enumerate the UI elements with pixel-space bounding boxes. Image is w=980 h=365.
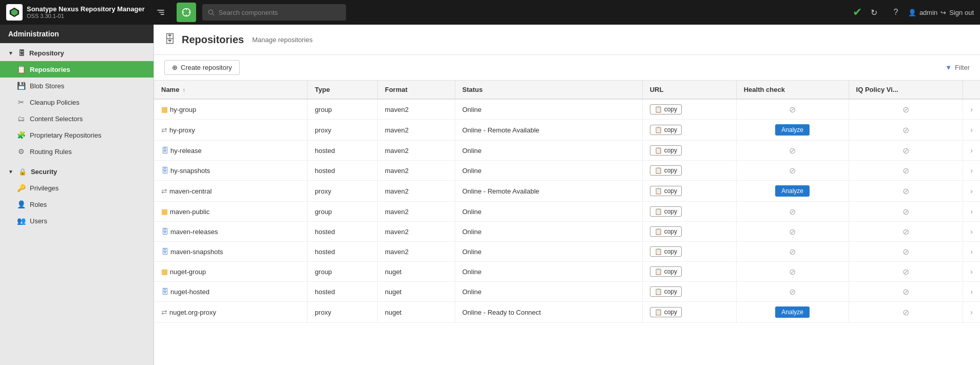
sidebar-group-header-security[interactable]: ▼🔒Security (0, 164, 153, 180)
cell-url[interactable]: 📋 copy (642, 222, 736, 242)
cell-url[interactable]: 📋 copy (642, 262, 736, 282)
signout-button[interactable]: ↪ Sign out (940, 9, 974, 16)
sidebar-item-repositories[interactable]: 📋Repositories (0, 61, 153, 78)
sidebar-item-proprietary-repos[interactable]: 🧩Proprietary Repositories (0, 127, 153, 143)
copy-url-button[interactable]: 📋 copy (650, 246, 682, 257)
cell-chevron[interactable]: › (963, 120, 980, 141)
cell-chevron[interactable]: › (963, 181, 980, 202)
sidebar-item-blob-stores[interactable]: 💾Blob Stores (0, 78, 153, 94)
refresh-button[interactable]: ↻ (865, 3, 883, 22)
table-row[interactable]: 🗄maven-snapshotshostedmaven2Online📋 copy… (154, 242, 980, 262)
cell-chevron[interactable]: › (963, 99, 980, 120)
cell-format: nuget (377, 262, 455, 282)
copy-url-button[interactable]: 📋 copy (650, 186, 682, 196)
signout-label[interactable]: Sign out (949, 9, 974, 16)
cell-url[interactable]: 📋 copy (642, 242, 736, 262)
repo-type-icon: 🗄 (161, 227, 168, 236)
cell-health-check[interactable]: Analyze (736, 120, 849, 141)
copy-url-button[interactable]: 📋 copy (650, 206, 682, 217)
sidebar-item-cleanup-policies[interactable]: ✂Cleanup Policies (0, 94, 153, 110)
copy-url-button[interactable]: 📋 copy (650, 307, 682, 317)
table-row[interactable]: ⇄hy-proxyproxymaven2Online - Remote Avai… (154, 120, 980, 141)
sidebar-item-content-selectors[interactable]: 🗂Content Selectors (0, 110, 153, 127)
sidebar-item-users[interactable]: 👥Users (0, 213, 153, 229)
copy-url-button[interactable]: 📋 copy (650, 145, 682, 156)
table-row[interactable]: 🗄hy-snapshotshostedmaven2Online📋 copy⊘⊘› (154, 161, 980, 181)
copy-url-button[interactable]: 📋 copy (650, 266, 682, 277)
row-expand-icon[interactable]: › (970, 187, 973, 195)
sidebar-item-label: Privileges (30, 184, 59, 192)
cell-chevron[interactable]: › (963, 282, 980, 302)
cell-url[interactable]: 📋 copy (642, 302, 736, 323)
admin-button[interactable] (177, 3, 196, 22)
table-row[interactable]: ▦nuget-groupgroupnugetOnline📋 copy⊘⊘› (154, 262, 980, 282)
sidebar-item-label: Content Selectors (30, 115, 83, 123)
table-row[interactable]: ▦maven-publicgroupmaven2Online📋 copy⊘⊘› (154, 202, 980, 222)
layout: Administration ▼🗄Repository📋Repositories… (0, 25, 980, 365)
table-row[interactable]: 🗄maven-releaseshostedmaven2Online📋 copy⊘… (154, 222, 980, 242)
cell-url[interactable]: 📋 copy (642, 282, 736, 302)
row-expand-icon[interactable]: › (970, 267, 973, 276)
copy-url-button[interactable]: 📋 copy (650, 165, 682, 176)
copy-url-button[interactable]: 📋 copy (650, 226, 682, 237)
search-bar[interactable] (202, 4, 346, 21)
copy-url-button[interactable]: 📋 copy (650, 286, 682, 297)
create-repository-button[interactable]: ⊕ Create repository (164, 60, 240, 75)
iq-policy-disabled: ⊘ (902, 267, 909, 276)
cell-iq-policy: ⊘ (849, 202, 963, 222)
browse-button[interactable] (151, 3, 170, 22)
table-row[interactable]: ▦hy-groupgroupmaven2Online📋 copy⊘⊘› (154, 99, 980, 120)
row-expand-icon[interactable]: › (970, 126, 973, 134)
help-button[interactable]: ? (887, 3, 905, 22)
row-expand-icon[interactable]: › (970, 247, 973, 256)
cell-chevron[interactable]: › (963, 262, 980, 282)
app-logo: Sonatype Nexus Repository Manager OSS 3.… (6, 4, 145, 21)
cell-url[interactable]: 📋 copy (642, 202, 736, 222)
table-row[interactable]: 🗄hy-releasehostedmaven2Online📋 copy⊘⊘› (154, 141, 980, 161)
copy-url-button[interactable]: 📋 copy (650, 104, 682, 114)
cell-health-check[interactable]: Analyze (736, 181, 849, 202)
row-expand-icon[interactable]: › (970, 146, 973, 155)
cell-chevron[interactable]: › (963, 222, 980, 242)
chevron-icon: ▼ (8, 50, 13, 56)
row-expand-icon[interactable]: › (970, 166, 973, 175)
row-expand-icon[interactable]: › (970, 105, 973, 113)
row-expand-icon[interactable]: › (970, 207, 973, 216)
col-header-status: Status (455, 81, 642, 99)
cell-url[interactable]: 📋 copy (642, 161, 736, 181)
table-row[interactable]: ⇄maven-centralproxymaven2Online - Remote… (154, 181, 980, 202)
health-check-disabled: ⊘ (789, 287, 796, 296)
sidebar-item-roles[interactable]: 👤Roles (0, 196, 153, 213)
cell-iq-policy: ⊘ (849, 302, 963, 323)
cell-chevron[interactable]: › (963, 161, 980, 181)
cell-health-check[interactable]: Analyze (736, 302, 849, 323)
analyze-button[interactable]: Analyze (775, 124, 810, 136)
health-check-disabled: ⊘ (789, 207, 796, 216)
cell-chevron[interactable]: › (963, 202, 980, 222)
cell-url[interactable]: 📋 copy (642, 99, 736, 120)
cell-chevron[interactable]: › (963, 141, 980, 161)
sidebar-item-privileges[interactable]: 🔑Privileges (0, 180, 153, 196)
sidebar-item-icon: ✂ (16, 98, 26, 106)
page-title: Repositories (182, 34, 244, 46)
analyze-button[interactable]: Analyze (775, 306, 810, 318)
table-body: ▦hy-groupgroupmaven2Online📋 copy⊘⊘›⇄hy-p… (154, 99, 980, 323)
sidebar-item-routing-rules[interactable]: ⚙Routing Rules (0, 143, 153, 160)
sidebar-group-header-repository[interactable]: ▼🗄Repository (0, 45, 153, 61)
cell-url[interactable]: 📋 copy (642, 120, 736, 141)
row-expand-icon[interactable]: › (970, 227, 973, 236)
search-input[interactable] (219, 9, 321, 16)
table-row[interactable]: 🗄nuget-hostedhostednugetOnline📋 copy⊘⊘› (154, 282, 980, 302)
cell-status: Online - Remote Available (455, 181, 642, 202)
analyze-button[interactable]: Analyze (775, 185, 810, 197)
cell-chevron[interactable]: › (963, 242, 980, 262)
cell-health-check: ⊘ (736, 141, 849, 161)
row-expand-icon[interactable]: › (970, 287, 973, 296)
table-row[interactable]: ⇄nuget.org-proxyproxynugetOnline - Ready… (154, 302, 980, 323)
copy-url-button[interactable]: 📋 copy (650, 125, 682, 135)
cell-url[interactable]: 📋 copy (642, 141, 736, 161)
col-header-name[interactable]: Name ↑ (154, 81, 308, 99)
row-expand-icon[interactable]: › (970, 308, 973, 316)
cell-url[interactable]: 📋 copy (642, 181, 736, 202)
cell-chevron[interactable]: › (963, 302, 980, 323)
